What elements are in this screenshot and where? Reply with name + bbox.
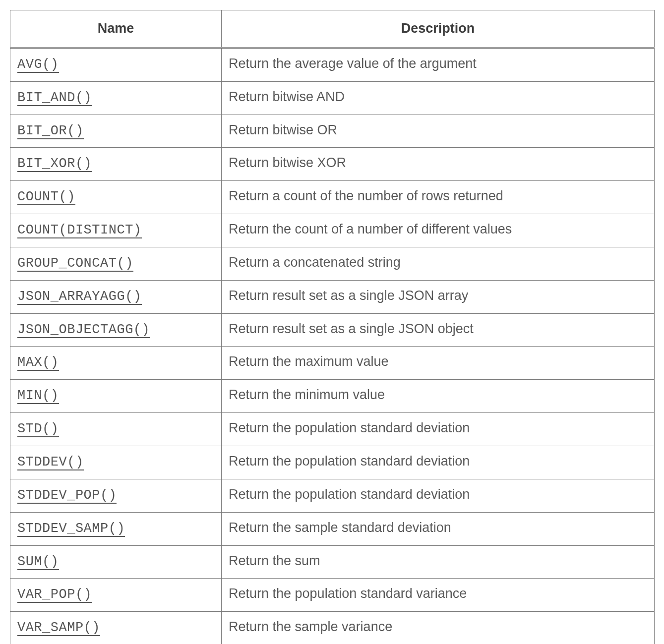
function-link[interactable]: BIT_AND() xyxy=(17,90,92,106)
function-description-cell: Return the sample standard deviation xyxy=(222,512,655,545)
function-description-cell: Return the average value of the argument xyxy=(222,48,655,81)
table-row: MIN()Return the minimum value xyxy=(10,380,655,413)
table-row: BIT_OR()Return bitwise OR xyxy=(10,115,655,148)
function-link[interactable]: JSON_OBJECTAGG() xyxy=(17,322,150,338)
table-row: BIT_XOR()Return bitwise XOR xyxy=(10,148,655,181)
function-description-cell: Return bitwise AND xyxy=(222,81,655,115)
function-link[interactable]: STD() xyxy=(17,421,59,437)
table-row: STDDEV_POP()Return the population standa… xyxy=(10,479,655,512)
function-name-cell: STDDEV_POP() xyxy=(10,479,222,512)
function-description-cell: Return a concatenated string xyxy=(222,247,655,280)
table-row: STDDEV_SAMP()Return the sample standard … xyxy=(10,512,655,545)
function-name-cell: MIN() xyxy=(10,380,222,413)
function-name-cell: AVG() xyxy=(10,48,222,81)
function-description-cell: Return the count of a number of differen… xyxy=(222,214,655,247)
function-name-cell: BIT_AND() xyxy=(10,81,222,115)
table-row: MAX()Return the maximum value xyxy=(10,347,655,380)
table-row: GROUP_CONCAT()Return a concatenated stri… xyxy=(10,247,655,280)
function-description-cell: Return a count of the number of rows ret… xyxy=(222,181,655,214)
function-link[interactable]: STDDEV_SAMP() xyxy=(17,521,125,537)
table-row: COUNT()Return a count of the number of r… xyxy=(10,181,655,214)
function-link[interactable]: STDDEV() xyxy=(17,455,84,470)
function-link[interactable]: VAR_POP() xyxy=(17,587,92,603)
function-description-cell: Return bitwise XOR xyxy=(222,148,655,181)
header-name: Name xyxy=(10,10,222,48)
table-row: STDDEV()Return the population standard d… xyxy=(10,446,655,479)
aggregate-functions-table: Name Description AVG()Return the average… xyxy=(10,10,655,644)
function-name-cell: VAR_SAMP() xyxy=(10,612,222,644)
function-name-cell: VAR_POP() xyxy=(10,579,222,612)
function-link[interactable]: BIT_XOR() xyxy=(17,156,92,172)
function-description-cell: Return the population standard deviation xyxy=(222,446,655,479)
function-link[interactable]: MIN() xyxy=(17,388,59,404)
function-description-cell: Return bitwise OR xyxy=(222,115,655,148)
function-name-cell: STDDEV_SAMP() xyxy=(10,512,222,545)
function-link[interactable]: GROUP_CONCAT() xyxy=(17,256,133,272)
function-name-cell: BIT_XOR() xyxy=(10,148,222,181)
function-description-cell: Return the minimum value xyxy=(222,380,655,413)
table-row: JSON_OBJECTAGG()Return result set as a s… xyxy=(10,313,655,347)
table-row: AVG()Return the average value of the arg… xyxy=(10,48,655,81)
function-description-cell: Return the population standard variance xyxy=(222,579,655,612)
function-description-cell: Return the sample variance xyxy=(222,612,655,644)
function-link[interactable]: BIT_OR() xyxy=(17,123,84,139)
function-description-cell: Return the sum xyxy=(222,545,655,579)
function-link[interactable]: SUM() xyxy=(17,554,59,570)
header-description: Description xyxy=(222,10,655,48)
table-row: JSON_ARRAYAGG()Return result set as a si… xyxy=(10,280,655,313)
function-name-cell: GROUP_CONCAT() xyxy=(10,247,222,280)
function-name-cell: STD() xyxy=(10,413,222,446)
function-link[interactable]: VAR_SAMP() xyxy=(17,620,100,636)
function-name-cell: JSON_OBJECTAGG() xyxy=(10,313,222,347)
table-header-row: Name Description xyxy=(10,10,655,48)
table-row: BIT_AND()Return bitwise AND xyxy=(10,81,655,115)
function-link[interactable]: JSON_ARRAYAGG() xyxy=(17,289,142,305)
function-name-cell: COUNT(DISTINCT) xyxy=(10,214,222,247)
function-description-cell: Return result set as a single JSON array xyxy=(222,280,655,313)
table-row: COUNT(DISTINCT)Return the count of a num… xyxy=(10,214,655,247)
function-link[interactable]: COUNT(DISTINCT) xyxy=(17,223,142,238)
function-link[interactable]: COUNT() xyxy=(17,189,75,205)
function-link[interactable]: AVG() xyxy=(17,57,59,73)
function-description-cell: Return the population standard deviation xyxy=(222,413,655,446)
function-name-cell: STDDEV() xyxy=(10,446,222,479)
function-name-cell: JSON_ARRAYAGG() xyxy=(10,280,222,313)
table-row: STD()Return the population standard devi… xyxy=(10,413,655,446)
function-name-cell: COUNT() xyxy=(10,181,222,214)
table-row: VAR_POP()Return the population standard … xyxy=(10,579,655,612)
function-description-cell: Return the population standard deviation xyxy=(222,479,655,512)
function-description-cell: Return the maximum value xyxy=(222,347,655,380)
table-row: VAR_SAMP()Return the sample variance xyxy=(10,612,655,644)
function-name-cell: SUM() xyxy=(10,545,222,579)
function-name-cell: MAX() xyxy=(10,347,222,380)
function-link[interactable]: MAX() xyxy=(17,355,59,371)
function-link[interactable]: STDDEV_POP() xyxy=(17,488,117,504)
table-row: SUM()Return the sum xyxy=(10,545,655,579)
function-name-cell: BIT_OR() xyxy=(10,115,222,148)
function-description-cell: Return result set as a single JSON objec… xyxy=(222,313,655,347)
